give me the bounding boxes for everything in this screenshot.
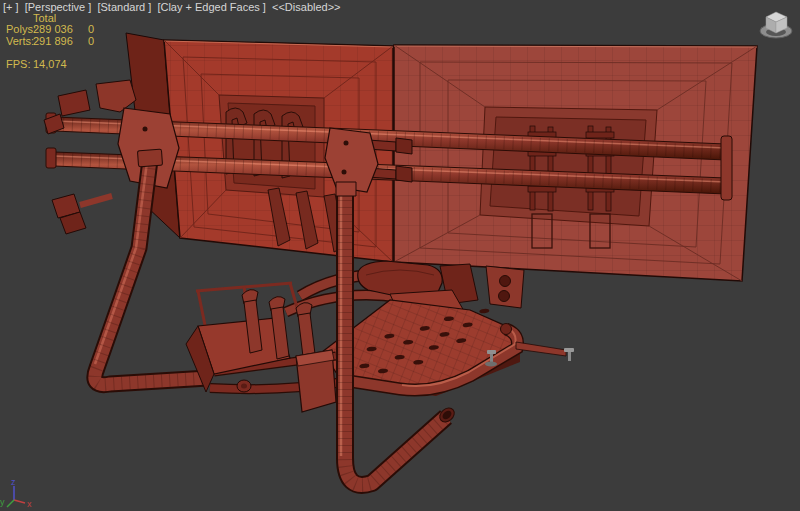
leg-clamp <box>137 149 162 167</box>
stats-fps-label: FPS: <box>6 59 30 70</box>
bar-end-flange <box>721 136 732 200</box>
right-monitor[interactable] <box>390 40 765 290</box>
axis-x-line <box>14 500 25 503</box>
scene-canvas[interactable]: z x y <box>0 0 800 511</box>
viewcube-icon[interactable] <box>760 12 792 38</box>
axis-x-label: x <box>27 499 32 509</box>
stats-verts-value: 291 896 <box>33 36 73 47</box>
base-platform[interactable] <box>320 296 574 396</box>
axis-z-label: z <box>11 477 16 487</box>
axis-y-label: y <box>0 497 5 507</box>
stats-verts-selected: 0 <box>88 36 94 47</box>
stats-fps-value: 14,074 <box>33 59 67 70</box>
stats-polys-value: 289 036 <box>33 24 73 35</box>
viewport-3d[interactable]: z x y [+ ] [Perspective ] [Standard ] [C… <box>0 0 800 511</box>
stats-polys-label: Polys: <box>6 24 36 35</box>
platform-arm <box>516 342 566 356</box>
world-axis-gizmo: z x y <box>0 477 32 509</box>
pedal-cylinder-core <box>241 384 247 389</box>
axis-y-line <box>7 500 14 507</box>
seat-mount-hole <box>500 276 511 287</box>
vesa-hooks-lower <box>268 188 346 252</box>
stats-verts-label: Verts: <box>6 36 34 47</box>
rail-end-cap <box>501 324 512 335</box>
bar-left-cap-lower <box>46 148 56 168</box>
stats-polys-selected: 0 <box>88 24 94 35</box>
seat-mount-hole <box>499 291 510 302</box>
right-monitor-recess-inner <box>490 117 646 216</box>
post-clamp <box>336 182 356 196</box>
